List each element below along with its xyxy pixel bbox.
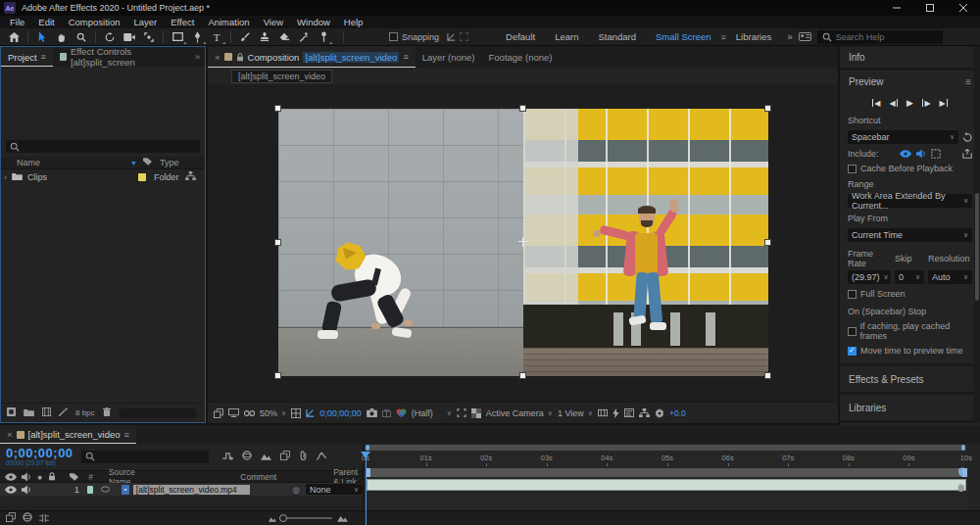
selection-handle[interactable] xyxy=(764,239,771,246)
layer-visibility-icon[interactable] xyxy=(5,486,17,494)
menu-edit[interactable]: Edit xyxy=(31,17,61,27)
workspace-overflow-icon[interactable]: » xyxy=(787,31,793,42)
primary-viewer-icon[interactable] xyxy=(228,408,239,417)
playhead[interactable] xyxy=(366,452,367,525)
workspace-small-screen[interactable]: Small Screen xyxy=(646,31,721,42)
view-layout-select[interactable]: 1 View∨ xyxy=(558,408,593,418)
selection-handle[interactable] xyxy=(764,372,771,379)
previous-frame-button[interactable]: ◀ xyxy=(889,98,898,108)
tab-timeline-comp[interactable]: × [alt]split_screen_video ≡ xyxy=(0,425,136,444)
share-icon[interactable] xyxy=(962,149,972,159)
help-search[interactable] xyxy=(817,30,943,44)
project-bpc[interactable]: 8 bpc xyxy=(75,408,95,417)
snapping-checkbox[interactable] xyxy=(389,32,398,41)
home-tool-icon[interactable] xyxy=(4,29,24,45)
pan-behind-tool-icon[interactable] xyxy=(139,29,159,45)
roto-brush-tool-icon[interactable] xyxy=(294,29,314,45)
fast-previews-icon[interactable] xyxy=(612,408,619,418)
expand-transfer-icon[interactable] xyxy=(6,512,16,524)
menu-layer[interactable]: Layer xyxy=(127,17,165,27)
resolution-select[interactable]: (Half)∨ xyxy=(412,408,452,418)
thumbnail-size-slider[interactable] xyxy=(119,408,197,418)
time-navigator[interactable] xyxy=(366,445,965,451)
timeline-zoom-slider[interactable] xyxy=(281,517,332,519)
audio-column-icon[interactable] xyxy=(22,472,31,482)
menu-help[interactable]: Help xyxy=(337,17,370,27)
zoom-tool-icon[interactable] xyxy=(72,29,91,45)
menu-view[interactable]: View xyxy=(257,17,290,27)
comp-button-icon[interactable] xyxy=(956,481,966,492)
video-column-icon[interactable] xyxy=(5,473,17,481)
tab-layer[interactable]: Layer (none) xyxy=(416,46,482,68)
menu-file[interactable]: File xyxy=(3,17,31,27)
caching-checkbox[interactable] xyxy=(848,327,857,336)
brush-tool-icon[interactable] xyxy=(235,29,255,45)
layer-row-1[interactable]: 1 ▪ [alt]split_screen_video.mp4 ◎ None∨ xyxy=(0,483,363,496)
camera-select[interactable]: Active Camera∨ xyxy=(486,408,553,418)
include-audio-icon[interactable] xyxy=(916,149,926,159)
effects-presets-header[interactable]: Effects & Presets xyxy=(840,366,980,392)
layer-label-chip[interactable] xyxy=(87,486,93,494)
always-preview-icon[interactable] xyxy=(214,408,223,418)
camera-tool-icon[interactable] xyxy=(120,29,139,45)
workspace-libraries[interactable]: Libraries xyxy=(726,31,781,42)
layer-source-name[interactable]: [alt]split_screen_video.mp4 xyxy=(133,485,250,495)
zoom-in-mountain-icon[interactable] xyxy=(337,513,348,524)
label-color-chip[interactable] xyxy=(138,173,146,181)
include-overlays-icon[interactable] xyxy=(931,149,941,159)
adjust-icon[interactable] xyxy=(59,407,68,418)
viewer-timecode[interactable]: 0;00;00;00 xyxy=(319,408,362,418)
panel-menu-icon[interactable]: ≡ xyxy=(403,52,408,62)
frame-blending-icon[interactable] xyxy=(261,452,271,462)
range-select[interactable]: Work Area Extended By Current...∨ xyxy=(848,194,972,208)
zoom-out-mountain-icon[interactable] xyxy=(269,513,276,524)
snap-angle-icon[interactable] xyxy=(447,32,456,41)
play-from-select[interactable]: Current Time∨ xyxy=(848,228,972,242)
tab-footage[interactable]: Footage (none) xyxy=(482,46,560,68)
menu-composition[interactable]: Composition xyxy=(62,17,127,27)
selection-handle[interactable] xyxy=(519,372,526,379)
resolution-preview-select[interactable]: Auto∨ xyxy=(928,270,972,284)
anchor-point[interactable] xyxy=(518,237,528,247)
trash-icon[interactable] xyxy=(103,407,111,418)
region-of-interest-icon[interactable] xyxy=(457,408,466,417)
close-button[interactable] xyxy=(947,0,980,16)
minimize-button[interactable] xyxy=(880,0,913,16)
libraries-header[interactable]: Libraries xyxy=(840,395,980,420)
label-column-icon[interactable] xyxy=(143,158,152,167)
panel-menu-icon[interactable]: ≡ xyxy=(124,430,129,440)
layer-audio-icon[interactable] xyxy=(22,485,31,495)
expander-icon[interactable]: › xyxy=(4,172,7,182)
interpret-footage-icon[interactable] xyxy=(7,407,16,418)
shy-icon[interactable] xyxy=(101,486,110,493)
selection-handle[interactable] xyxy=(274,239,281,246)
skip-select[interactable]: 0∨ xyxy=(895,270,924,284)
comment-column[interactable]: Comment xyxy=(240,472,276,482)
composition-preview[interactable] xyxy=(278,109,768,376)
shortcut-select[interactable]: Spacebar∨ xyxy=(848,130,958,144)
current-timecode[interactable]: 0;00;00;00 xyxy=(6,448,74,459)
layer-duration-bar[interactable] xyxy=(367,479,966,491)
draft-3d-icon[interactable] xyxy=(242,451,252,462)
tab-project[interactable]: Project ≡ xyxy=(1,47,53,67)
type-column-header[interactable]: Type xyxy=(160,158,179,167)
mask-visibility-icon[interactable] xyxy=(306,408,315,417)
comp-mini-flowchart-icon[interactable] xyxy=(222,452,233,462)
new-folder-icon[interactable] xyxy=(24,407,34,418)
rotation-tool-icon[interactable] xyxy=(100,29,120,45)
menu-window[interactable]: Window xyxy=(290,17,337,27)
expand-lp-icon[interactable] xyxy=(23,512,32,524)
help-search-input[interactable] xyxy=(836,32,934,42)
magnification-select[interactable]: 50%∨ xyxy=(260,408,286,418)
composition-canvas[interactable] xyxy=(208,86,838,402)
exposure-value[interactable]: +0.0 xyxy=(669,408,686,418)
panel-menu-icon[interactable]: ≡ xyxy=(41,52,46,62)
workspace-default[interactable]: Default xyxy=(496,31,545,42)
preview-panel-header[interactable]: Preview ≡ xyxy=(840,71,980,92)
pick-whip-icon[interactable]: ◎ xyxy=(293,485,300,495)
work-area-bar[interactable] xyxy=(366,468,967,477)
media-browser-icon[interactable] xyxy=(799,32,811,41)
show-snapshot-icon[interactable] xyxy=(382,408,391,417)
timeline-button-icon[interactable] xyxy=(624,408,634,417)
next-frame-button[interactable]: ▶ xyxy=(922,98,931,108)
